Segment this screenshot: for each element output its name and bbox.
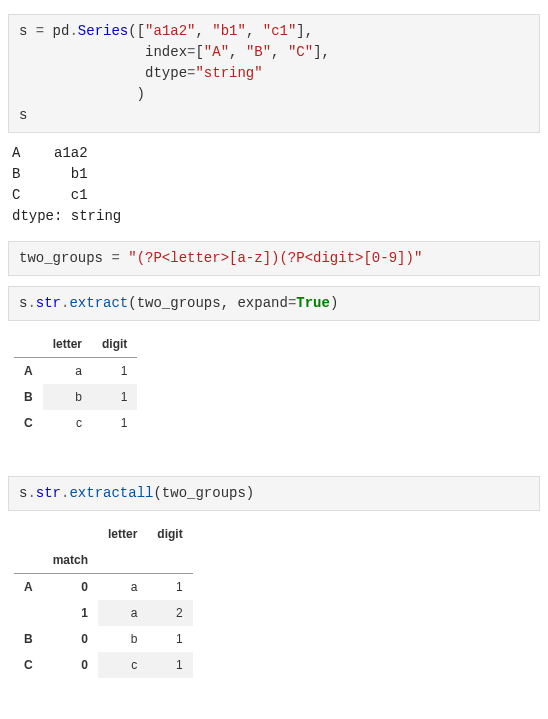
dataframe-extractall: letter digit match A 0 a 1 1 a 2 B 0 b 1	[14, 521, 193, 678]
cell: 1	[92, 410, 137, 436]
dataframe-extract: letter digit A a 1 B b 1 C c 1	[14, 331, 137, 436]
method: extractall	[69, 485, 153, 501]
row-index: A	[14, 574, 43, 601]
corner-blank	[14, 547, 43, 574]
comma: ,	[229, 44, 246, 60]
code-cell-2: two_groups = "(?P<letter>[a-z])(?P<digit…	[8, 241, 540, 276]
col-header-digit: digit	[147, 521, 192, 547]
table-row: 1 a 2	[14, 600, 193, 626]
row-index: C	[14, 652, 43, 678]
dot: .	[27, 485, 35, 501]
row-index	[14, 600, 43, 626]
cell: 1	[147, 626, 192, 652]
attr: str	[36, 485, 61, 501]
row-match: 0	[43, 574, 98, 601]
code-text: pd	[44, 23, 69, 39]
corner-blank	[14, 521, 43, 547]
row-match: 0	[43, 626, 98, 652]
table-row: A 0 a 1	[14, 574, 193, 601]
code-cell-3: s.str.extract(two_groups, expand=True)	[8, 286, 540, 321]
code-text: (two_groups, expand	[128, 295, 288, 311]
code-text: [	[195, 44, 203, 60]
code-text: ],	[296, 23, 313, 39]
code-text: s	[19, 107, 27, 123]
corner-blank	[43, 521, 98, 547]
code-text: s	[19, 23, 36, 39]
table-row: C 0 c 1	[14, 652, 193, 678]
cell: 1	[147, 574, 192, 601]
table-row: B b 1	[14, 384, 137, 410]
code-text: )	[19, 86, 145, 102]
string-literal: "b1"	[212, 23, 246, 39]
code-cell-4: s.str.extractall(two_groups)	[8, 476, 540, 511]
row-match: 0	[43, 652, 98, 678]
method: extract	[69, 295, 128, 311]
operator: =	[111, 250, 119, 266]
cell: b	[98, 626, 147, 652]
dot: .	[27, 295, 35, 311]
row-index: A	[14, 358, 43, 385]
cell: 1	[92, 358, 137, 385]
cell: 1	[92, 384, 137, 410]
code-text: )	[330, 295, 338, 311]
row-index: B	[14, 384, 43, 410]
col-header-letter: letter	[43, 331, 92, 358]
cell: 2	[147, 600, 192, 626]
index-name-match: match	[43, 547, 98, 574]
comma: ,	[246, 23, 263, 39]
dot: .	[69, 23, 77, 39]
string-literal: "string"	[195, 65, 262, 81]
output-text-1: A a1a2 B b1 C c1 dtype: string	[12, 143, 540, 227]
col-header-letter: letter	[98, 521, 147, 547]
cell: a	[98, 574, 147, 601]
string-literal: "a1a2"	[145, 23, 195, 39]
cell: b	[43, 384, 92, 410]
corner-blank	[98, 547, 147, 574]
col-header-digit: digit	[92, 331, 137, 358]
string-literal: "B"	[246, 44, 271, 60]
comma: ,	[271, 44, 288, 60]
comma: ,	[196, 23, 213, 39]
table-row: A a 1	[14, 358, 137, 385]
code-cell-1: s = pd.Series(["a1a2", "b1", "c1"], inde…	[8, 14, 540, 133]
cell: c	[98, 652, 147, 678]
code-text: ],	[313, 44, 330, 60]
string-literal: "(?P<letter>[a-z])(?P<digit>[0-9])"	[128, 250, 422, 266]
operator: =	[36, 23, 44, 39]
cell: 1	[147, 652, 192, 678]
code-text: two_groups	[19, 250, 111, 266]
cell: a	[98, 600, 147, 626]
attr: str	[36, 295, 61, 311]
corner-blank	[14, 331, 43, 358]
row-match: 1	[43, 600, 98, 626]
string-literal: "c1"	[263, 23, 297, 39]
row-index: C	[14, 410, 43, 436]
string-literal: "A"	[204, 44, 229, 60]
table-row: C c 1	[14, 410, 137, 436]
code-text: ([	[128, 23, 145, 39]
keyword: True	[296, 295, 330, 311]
class-name: Series	[78, 23, 128, 39]
table-row: B 0 b 1	[14, 626, 193, 652]
string-literal: "C"	[288, 44, 313, 60]
code-text: (two_groups)	[153, 485, 254, 501]
code-text: dtype	[19, 65, 187, 81]
code-text	[120, 250, 128, 266]
row-index: B	[14, 626, 43, 652]
cell: c	[43, 410, 92, 436]
corner-blank	[147, 547, 192, 574]
code-text: index	[19, 44, 187, 60]
cell: a	[43, 358, 92, 385]
